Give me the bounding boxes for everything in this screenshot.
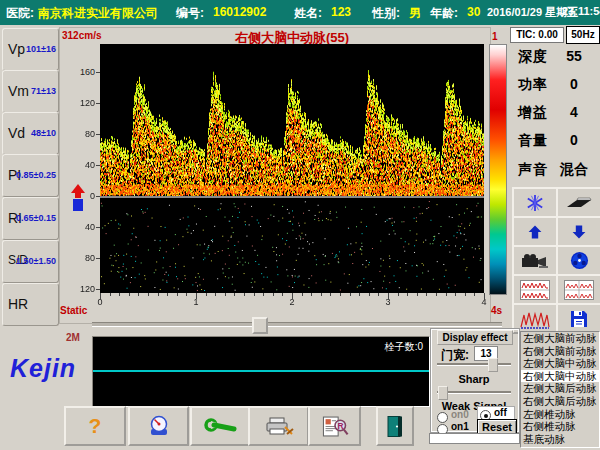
x-axis-tick [273, 293, 274, 296]
setup-button[interactable] [190, 406, 251, 446]
param-panel-vp: Vp 101±16 [2, 28, 59, 71]
quad-spectrum-button[interactable] [556, 274, 600, 305]
param-panel-ri: RI 0.65±0.15 [2, 197, 59, 240]
help-button[interactable]: ? [64, 406, 126, 446]
snowflake-icon [526, 194, 544, 212]
speed-down-button[interactable] [556, 216, 600, 247]
spectrum-peaks-icon [519, 309, 551, 329]
probe-2m-label: 2M [66, 332, 80, 343]
power-label: 功率 [518, 76, 548, 94]
gate-width-slider-thumb[interactable] [488, 358, 498, 372]
on1-label: on1 [451, 421, 469, 432]
x-axis-tick [426, 293, 427, 296]
sharp-slider-track[interactable] [437, 391, 511, 394]
name-label: 姓名: [294, 5, 322, 22]
param-panel-pi: PI 0.85±0.25 [2, 154, 59, 197]
svg-text:R: R [337, 420, 343, 430]
y-axis-tick-label: 120 [74, 98, 95, 108]
gate-width-slider-track[interactable] [437, 363, 511, 366]
display-effect-title: Display effect [437, 330, 513, 345]
frequency-button[interactable]: 50Hz [566, 26, 600, 44]
artery-item[interactable]: 右侧大脑前动脉 [521, 345, 599, 358]
gauge-button[interactable] [128, 406, 189, 446]
patient-name: 123 [331, 5, 351, 19]
probe-button[interactable] [556, 187, 600, 218]
x-axis-tick [359, 293, 360, 296]
save-button[interactable] [556, 303, 600, 334]
x-axis-tick [167, 293, 168, 296]
time-scrollbar-track[interactable] [92, 322, 502, 327]
time-scrollbar-thumb[interactable] [252, 317, 268, 334]
sharp-label: Sharp [431, 373, 517, 385]
y-axis-tick [96, 72, 100, 73]
y-axis-tick-label: 120 [74, 284, 95, 294]
report-button[interactable]: R [308, 406, 361, 446]
x-axis-tick [330, 293, 331, 296]
id-label: 编号: [176, 5, 204, 22]
dual-spectrum-layout-icon [519, 280, 551, 300]
pi-value: 0.85±0.25 [16, 170, 56, 180]
vd-label: Vd [8, 125, 25, 141]
depth-value: 55 [556, 48, 592, 64]
exit-button[interactable] [376, 406, 414, 446]
gender-label: 性别: [372, 5, 400, 22]
x-axis-tick [215, 293, 216, 296]
volume-label: 音量 [518, 132, 548, 150]
x-axis-tick [129, 293, 130, 296]
vd-value: 48±10 [31, 128, 56, 138]
camera-button[interactable] [512, 245, 558, 276]
intensity-colorbar [489, 44, 507, 295]
x-axis-tick [340, 293, 341, 296]
tic-display: TIC: 0.00 [510, 27, 564, 43]
wrench-icon [204, 418, 238, 434]
artery-item[interactable]: 左侧椎动脉 [521, 408, 599, 421]
print-button[interactable] [248, 406, 309, 446]
vm-label: Vm [8, 83, 29, 99]
artery-list: 左侧大脑前动脉右侧大脑前动脉左侧大脑中动脉右侧大脑中动脉左侧大脑后动脉右侧大脑后… [520, 331, 600, 448]
camera-icon [521, 253, 549, 269]
x-axis-tick [225, 293, 226, 296]
y-axis-tick [96, 289, 100, 290]
patient-gender: 男 [409, 5, 421, 22]
y-axis-tick-label: 80 [74, 129, 95, 139]
sound-value: 混合 [556, 161, 592, 179]
gate-width-label: 门宽: [441, 347, 469, 364]
emboli-count-label: 栓子数:0 [385, 340, 423, 354]
x-axis-tick-label: 2 [282, 297, 302, 307]
x-axis-tick [321, 293, 322, 296]
dual-spectrum-button[interactable] [512, 274, 558, 305]
artery-item[interactable]: 左侧大脑中动脉 [521, 357, 599, 370]
x-axis-tick [119, 293, 120, 296]
tcd-main-window: 医院: 南京科进实业有限公司 编号: 16012902 姓名: 123 性别: … [0, 0, 600, 450]
freeze-button[interactable] [512, 187, 558, 218]
y-axis-tick [96, 134, 100, 135]
probe-icon [565, 196, 593, 210]
artery-item[interactable]: 左侧大脑前动脉 [521, 332, 599, 345]
artery-item[interactable]: 右侧大脑后动脉 [521, 395, 599, 408]
artery-item[interactable]: 左侧大脑后动脉 [521, 382, 599, 395]
artery-item[interactable]: 右侧大脑中动脉 [521, 370, 599, 383]
up-arrow-icon [527, 224, 543, 240]
x-axis-tick-label: 3 [378, 297, 398, 307]
ri-value: 0.65±0.15 [16, 213, 56, 223]
hospital-name: 南京科进实业有限公司 [38, 5, 158, 22]
x-axis-tick [311, 293, 312, 296]
depth-label: 深度 [518, 48, 548, 66]
param-panel-vd: Vd 48±10 [2, 112, 59, 155]
x-axis-tick [398, 293, 399, 296]
x-axis-tick [110, 293, 111, 296]
x-axis-tick [302, 293, 303, 296]
gain-value: 4 [556, 104, 592, 120]
sharp-slider-thumb[interactable] [438, 386, 448, 400]
x-axis-tick-label: 1 [186, 297, 206, 307]
y-axis-tick [96, 196, 100, 197]
x-axis-tick [369, 293, 370, 296]
artery-item[interactable]: 基底动脉 [521, 433, 599, 446]
x-axis-tick-label: 4 [474, 297, 494, 307]
speed-up-button[interactable] [512, 216, 558, 247]
y-axis-tick [96, 258, 100, 259]
film-reel-button[interactable] [556, 245, 600, 276]
y-axis-tick-label: 80 [74, 253, 95, 263]
artery-item[interactable]: 右侧椎动脉 [521, 420, 599, 433]
sound-label: 声音 [518, 161, 548, 179]
